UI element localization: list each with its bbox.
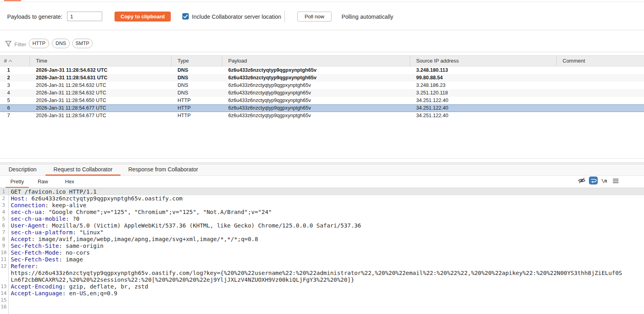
table-row[interactable]: 62026-Jan-31 11:28:54.677 UTCHTTP6z6u433… — [0, 104, 644, 112]
column-header-source-ip[interactable]: Source IP address — [410, 56, 557, 66]
subtab-raw[interactable]: Raw — [34, 176, 52, 188]
editor-line: 16 — [0, 303, 644, 310]
cell-payload: 6z6u433z6nzctyqtyp9qgpxynptgh65v — [222, 112, 410, 120]
editor-line: 2Host: 6z6u433z6nzctyqtyp9qgpxynptgh65v.… — [0, 195, 644, 202]
tab-description[interactable]: Description — [3, 164, 42, 176]
cell-type: HTTP — [172, 97, 222, 104]
cell-time: 2026-Jan-31 11:28:54.632 UTC — [30, 89, 172, 97]
table-row[interactable]: 22026-Jan-31 11:28:54.631 UTCDNS6z6u433z… — [0, 74, 644, 82]
show-newlines-icon[interactable]: \n — [601, 178, 607, 184]
editor-line: 14Accept-Language: en-US,en;q=0.9 — [0, 290, 644, 297]
cell-n: 5 — [0, 97, 30, 104]
editor-line: 11Sec-Fetch-Dest: image — [0, 256, 644, 263]
column-header-payload[interactable]: Payload — [222, 56, 410, 66]
editor-line: https://6z6u433z6nzctyqtyp9qgpxynptgh65v… — [0, 269, 644, 277]
cell-payload: 6z6u433z6nzctyqtyp9qgpxynptgh65v — [222, 97, 410, 104]
cell-time: 2026-Jan-31 11:28:54.677 UTC — [30, 112, 172, 120]
cell-type: DNS — [172, 74, 222, 82]
table-header[interactable]: # Time Type Payload Source IP address Co… — [0, 55, 644, 67]
editor-line: Ln6f2cbBNCAXR%22,%20%20%22sessions%22:%2… — [0, 276, 644, 283]
polling-status-label: Polling automatically — [342, 14, 393, 20]
cell-comment — [557, 89, 644, 97]
column-header-number[interactable]: # — [0, 56, 30, 66]
editor-line: 7sec-ch-ua-platform: "Linux" — [0, 229, 644, 236]
interactions-table-body: 12026-Jan-31 11:28:54.632 UTCDNS6z6u433z… — [0, 67, 644, 120]
subtab-pretty[interactable]: Pretty — [6, 176, 29, 188]
splitter-line-top[interactable] — [0, 158, 644, 159]
table-row[interactable]: 42026-Jan-31 11:28:54.632 UTCDNS6z6u433z… — [0, 89, 644, 97]
cell-ip: 34.251.122.40 — [410, 104, 557, 112]
cell-type: HTTP — [172, 112, 222, 120]
poll-now-button[interactable]: Poll now — [297, 12, 332, 22]
filter-pill-http[interactable]: HTTP — [29, 39, 49, 48]
editor-line: 10Sec-Fetch-Mode: no-cors — [0, 249, 644, 256]
cell-time: 2026-Jan-31 11:28:54.632 UTC — [30, 82, 172, 89]
editor-line: 6User-Agent: Mozilla/5.0 (Victim) AppleW… — [0, 222, 644, 229]
filter-pill-dns[interactable]: DNS — [52, 39, 70, 48]
cell-n: 6 — [0, 104, 30, 112]
cell-type: DNS — [172, 82, 222, 89]
tab-request-to-collaborator[interactable]: Request to Collaborator — [45, 164, 121, 176]
editor-line: 4sec-ch-ua: "Google Chrome";v="125", "Ch… — [0, 208, 644, 216]
include-server-location-label: Include Collaborator server location — [192, 14, 281, 20]
cell-ip: 34.251.122.40 — [410, 112, 557, 120]
editor-line: 1GET /favicon.ico HTTP/1.1 — [0, 188, 644, 195]
check-icon — [182, 13, 189, 20]
cell-type: HTTP — [172, 104, 222, 112]
word-wrap-toggle-icon[interactable] — [589, 177, 598, 184]
filter-label: Filter — [14, 41, 26, 47]
column-header-time[interactable]: Time — [30, 56, 172, 66]
table-row[interactable]: 72026-Jan-31 11:28:54.677 UTCHTTP6z6u433… — [0, 112, 644, 120]
editor-menu-icon[interactable] — [612, 178, 619, 184]
filter-pill-smtp[interactable]: SMTP — [72, 39, 93, 48]
editor-line: 13Accept-Encoding: gzip, deflate, br, zs… — [0, 283, 644, 290]
hide-nonprintable-icon[interactable] — [577, 177, 586, 184]
editor-line: 15 — [0, 296, 644, 304]
cell-n: 3 — [0, 82, 30, 89]
cell-time: 2026-Jan-31 11:28:54.650 UTC — [30, 97, 172, 104]
table-row[interactable]: 12026-Jan-31 11:28:54.632 UTCDNS6z6u433z… — [0, 67, 644, 74]
include-server-location-checkbox[interactable] — [182, 13, 189, 20]
tab-response-from-collaborator[interactable]: Response from Collaborator — [124, 164, 202, 176]
subtab-hex[interactable]: Hex — [61, 176, 79, 188]
filter-funnel-icon — [5, 40, 12, 47]
payloads-count-input[interactable] — [67, 12, 102, 21]
cell-comment — [557, 82, 644, 89]
cell-comment — [557, 74, 644, 82]
cell-type: DNS — [172, 67, 222, 74]
cell-n: 1 — [0, 67, 30, 74]
cell-payload: 6z6u433z6nzctyqtyp9qgpxynptgh65v — [222, 104, 410, 112]
table-row[interactable]: 32026-Jan-31 11:28:54.632 UTCDNS6z6u433z… — [0, 82, 644, 89]
cell-ip: 3.248.186.23 — [410, 82, 557, 89]
cell-time: 2026-Jan-31 11:28:54.632 UTC — [30, 67, 172, 74]
column-header-type[interactable]: Type — [172, 56, 222, 66]
cell-comment — [557, 67, 644, 74]
cell-ip: 34.251.122.40 — [410, 97, 557, 104]
column-header-comment[interactable]: Comment — [557, 56, 644, 66]
top-strip-border — [0, 2, 644, 2]
cell-n: 4 — [0, 89, 30, 97]
payloads-to-generate-label: Payloads to generate: — [7, 14, 62, 20]
editor-line: 9Sec-Fetch-Site: same-origin — [0, 242, 644, 249]
cell-payload: 6z6u433z6nzctyqtyp9qgpxynptgh65v — [222, 74, 410, 82]
cell-type: DNS — [172, 89, 222, 97]
cell-time: 2026-Jan-31 11:28:54.631 UTC — [30, 74, 172, 82]
cell-ip: 3.251.120.118 — [410, 89, 557, 97]
table-row[interactable]: 52026-Jan-31 11:28:54.650 UTCHTTP6z6u433… — [0, 97, 644, 104]
cell-n: 2 — [0, 74, 30, 82]
cell-ip: 99.80.88.54 — [410, 74, 557, 82]
cell-payload: 6z6u433z6nzctyqtyp9qgpxynptgh65v — [222, 82, 410, 89]
filter-bar — [0, 31, 644, 52]
cell-time: 2026-Jan-31 11:28:54.677 UTC — [30, 104, 172, 112]
cell-payload: 6z6u433z6nzctyqtyp9qgpxynptgh65v — [222, 89, 410, 97]
editor-line: 8Accept: image/avif,image/webp,image/apn… — [0, 235, 644, 243]
editor-line: 5sec-ch-ua-mobile: ?0 — [0, 215, 644, 222]
cell-payload: 6z6u433z6nzctyqtyp9qgpxynptgh65v — [222, 67, 410, 74]
editor-line: 12Referer: — [0, 263, 644, 270]
copy-to-clipboard-button[interactable]: Copy to clipboard — [115, 12, 171, 22]
partial-tab-indicator[interactable] — [4, 0, 21, 1]
cell-comment — [557, 104, 644, 112]
cell-comment — [557, 112, 644, 120]
toolbar-divider — [284, 11, 285, 22]
cell-ip: 3.248.180.113 — [410, 67, 557, 74]
